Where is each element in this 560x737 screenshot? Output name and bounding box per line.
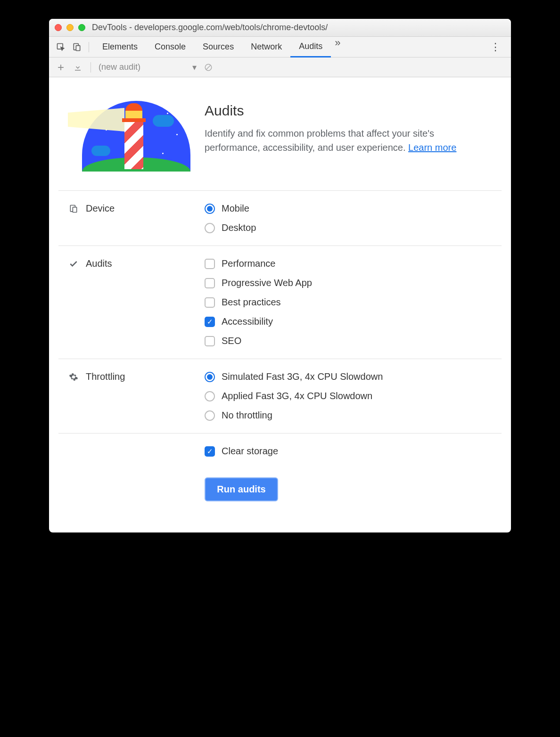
traffic-lights bbox=[55, 24, 85, 31]
radio-desktop[interactable]: Desktop bbox=[205, 222, 256, 233]
section-label-device: Device bbox=[86, 203, 115, 214]
device-toggle-icon[interactable] bbox=[70, 40, 84, 54]
checkbox-seo[interactable]: SEO bbox=[205, 336, 312, 346]
gear-icon bbox=[68, 371, 79, 383]
panel-title: Audits bbox=[205, 103, 492, 119]
section-label-throttling: Throttling bbox=[86, 371, 125, 382]
radio-icon bbox=[205, 372, 215, 382]
more-tabs-icon[interactable]: » bbox=[331, 37, 344, 57]
section-storage: ✓ Clear storage Run audits bbox=[58, 433, 502, 514]
throttling-options: Simulated Fast 3G, 4x CPU Slowdown Appli… bbox=[205, 371, 383, 421]
audits-panel: Audits Identify and fix common problems … bbox=[49, 77, 511, 532]
devtools-tabbar: Elements Console Sources Network Audits … bbox=[49, 37, 511, 57]
checkbox-performance[interactable]: Performance bbox=[205, 258, 312, 269]
devtools-window: DevTools - developers.google.com/web/too… bbox=[49, 19, 511, 532]
device-options: Mobile Desktop bbox=[205, 203, 256, 233]
separator bbox=[89, 42, 89, 52]
new-audit-icon[interactable]: + bbox=[54, 60, 68, 74]
tab-sources[interactable]: Sources bbox=[194, 37, 242, 57]
tab-elements[interactable]: Elements bbox=[94, 37, 146, 57]
checkbox-icon bbox=[205, 278, 215, 288]
chevron-down-icon: ▾ bbox=[192, 62, 197, 73]
tab-audits[interactable]: Audits bbox=[290, 37, 331, 57]
radio-simulated[interactable]: Simulated Fast 3G, 4x CPU Slowdown bbox=[205, 371, 383, 382]
separator bbox=[91, 62, 91, 73]
radio-icon bbox=[205, 410, 215, 421]
inspect-icon[interactable] bbox=[54, 40, 68, 54]
checkbox-icon: ✓ bbox=[205, 317, 215, 327]
device-icon bbox=[68, 203, 79, 214]
maximize-button[interactable] bbox=[78, 24, 85, 31]
panel-tabs: Elements Console Sources Network Audits … bbox=[94, 37, 484, 57]
section-label-audits: Audits bbox=[86, 258, 112, 269]
download-icon[interactable] bbox=[71, 60, 85, 74]
radio-mobile[interactable]: Mobile bbox=[205, 203, 256, 214]
lighthouse-illustration bbox=[68, 96, 190, 176]
checkbox-best-practices[interactable]: Best practices bbox=[205, 297, 312, 308]
tab-network[interactable]: Network bbox=[242, 37, 290, 57]
window-titlebar: DevTools - developers.google.com/web/too… bbox=[49, 19, 511, 37]
svg-rect-5 bbox=[73, 207, 76, 213]
hero: Audits Identify and fix common problems … bbox=[58, 91, 502, 190]
checkbox-clear-storage[interactable]: ✓ Clear storage bbox=[205, 446, 278, 457]
checkbox-accessibility[interactable]: ✓ Accessibility bbox=[205, 316, 312, 327]
checkbox-pwa[interactable]: Progressive Web App bbox=[205, 278, 312, 288]
minimize-button[interactable] bbox=[66, 24, 74, 31]
audit-categories: Performance Progressive Web App Best pra… bbox=[205, 258, 312, 346]
hero-text: Audits Identify and fix common problems … bbox=[205, 96, 492, 176]
checkbox-icon bbox=[205, 336, 215, 346]
svg-rect-2 bbox=[76, 45, 80, 50]
window-title: DevTools - developers.google.com/web/too… bbox=[92, 23, 328, 33]
section-throttling: Throttling Simulated Fast 3G, 4x CPU Slo… bbox=[58, 359, 502, 433]
close-button[interactable] bbox=[55, 24, 62, 31]
tab-console[interactable]: Console bbox=[146, 37, 194, 57]
radio-no-throttling[interactable]: No throttling bbox=[205, 410, 383, 421]
kebab-menu-icon[interactable]: ⋮ bbox=[486, 41, 506, 53]
section-audits: Audits Performance Progressive Web App B… bbox=[58, 246, 502, 359]
checkbox-icon: ✓ bbox=[205, 446, 215, 457]
radio-applied[interactable]: Applied Fast 3G, 4x CPU Slowdown bbox=[205, 391, 383, 401]
audit-selector-dropdown[interactable]: (new audit) ▾ bbox=[97, 62, 198, 73]
checkbox-icon bbox=[205, 259, 215, 269]
radio-icon bbox=[205, 204, 215, 214]
audits-toolbar: + (new audit) ▾ bbox=[49, 57, 511, 77]
check-icon bbox=[68, 258, 79, 270]
learn-more-link[interactable]: Learn more bbox=[408, 142, 456, 153]
clear-icon[interactable] bbox=[201, 60, 215, 74]
section-device: Device Mobile Desktop bbox=[58, 190, 502, 246]
checkbox-icon bbox=[205, 297, 215, 308]
run-audits-button[interactable]: Run audits bbox=[205, 477, 278, 501]
radio-icon bbox=[205, 391, 215, 401]
dropdown-label: (new audit) bbox=[99, 62, 140, 72]
radio-icon bbox=[205, 223, 215, 233]
panel-description: Identify and fix common problems that af… bbox=[205, 126, 492, 155]
